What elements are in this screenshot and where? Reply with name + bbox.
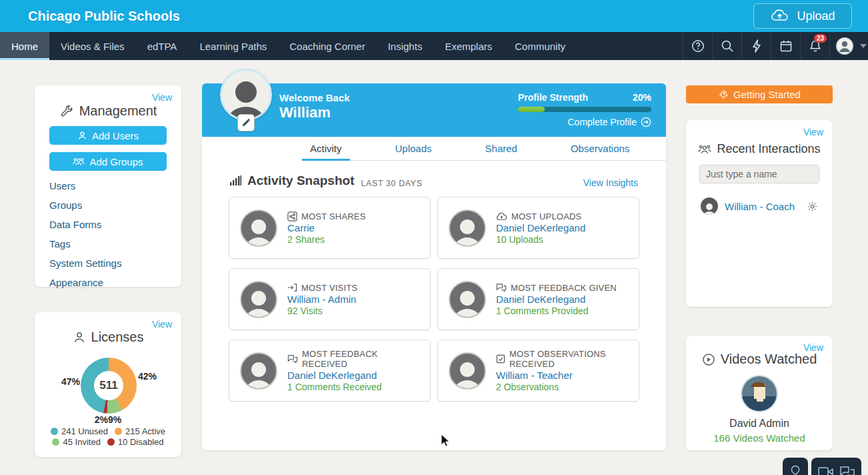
share-icon	[287, 211, 297, 221]
nav-item-learning-paths[interactable]: Learning Paths	[188, 32, 278, 60]
nav-item-insights[interactable]: Insights	[377, 32, 434, 60]
donut-label-bottom: 2%9%	[35, 414, 181, 425]
notifications-icon[interactable]: 23	[800, 32, 829, 60]
avatar[interactable]	[240, 209, 277, 247]
user-link[interactable]: William - Admin	[287, 294, 357, 305]
notification-badge: 23	[814, 34, 827, 43]
person-link[interactable]: William - Coach	[725, 201, 800, 212]
user-link[interactable]: William - Teacher	[496, 370, 628, 381]
welcome-back-label: Welcome Back	[279, 92, 350, 103]
calendar-icon[interactable]	[771, 32, 800, 60]
group-icon	[698, 144, 711, 155]
legend-dot-disabled	[107, 438, 115, 446]
person-icon	[73, 331, 86, 344]
activity-snapshot-header: Activity Snapshot LAST 30 DAYS View Insi…	[202, 161, 666, 197]
add-users-button[interactable]: Add Users	[49, 126, 167, 145]
user-link[interactable]: Daniel DeKerlegand	[287, 370, 419, 381]
tab-activity[interactable]: Activity	[302, 137, 350, 160]
upload-button[interactable]: Upload	[753, 3, 852, 29]
sidebar-item-system-settings[interactable]: System Settings	[49, 258, 181, 269]
quick-actions-icon[interactable]	[741, 32, 771, 60]
nav-item-exemplars[interactable]: Exemplars	[433, 32, 503, 60]
user-link[interactable]: Carrie	[287, 222, 366, 233]
gear-icon[interactable]	[807, 201, 818, 212]
licenses-legend: 241 Unused 215 Active 45 Invited 10 Disa…	[35, 426, 181, 447]
observation-icon	[496, 354, 505, 364]
licenses-card: View Licenses 511 47% 42% 2%9% 241 Unuse…	[35, 312, 181, 457]
user-link[interactable]: Daniel DeKerlegand	[496, 294, 617, 305]
nav-item-home[interactable]: Home	[0, 32, 49, 60]
sidebar-item-groups[interactable]: Groups	[49, 199, 181, 211]
complete-profile-link[interactable]: Complete Profile	[518, 117, 651, 127]
tab-observations[interactable]: Observations	[563, 137, 637, 160]
video-chat-button[interactable]	[811, 458, 861, 475]
licenses-heading: Licenses	[35, 330, 181, 345]
welcome-banner: Welcome Back William Profile Strength 20…	[202, 83, 666, 137]
videos-watched-card: View Videos Watched David Admin 166 Vide…	[686, 336, 833, 450]
profile-strength-label: Profile Strength	[518, 92, 588, 103]
avatar[interactable]	[741, 375, 778, 412]
video-camera-icon	[818, 466, 834, 475]
donut-label-unused: 47%	[61, 376, 80, 387]
avatar[interactable]	[701, 197, 718, 215]
welcome-text: Welcome Back William	[279, 92, 350, 121]
snapshot-card-most-uploads: MOST UPLOADS Daniel DeKerlegand 10 Uploa…	[437, 197, 639, 259]
avatar[interactable]	[449, 281, 486, 318]
tab-shared[interactable]: Shared	[477, 137, 525, 160]
sidebar-item-data-forms[interactable]: Data Forms	[49, 219, 181, 230]
search-icon[interactable]	[712, 32, 741, 60]
person-search-input[interactable]	[699, 165, 819, 183]
legend-item-disabled: 10 Disabled	[107, 437, 164, 447]
nav-item-videos-files[interactable]: Videos & Files	[49, 32, 136, 60]
feedback-icon	[287, 354, 298, 364]
nav-icon-bar: 23	[683, 32, 859, 60]
feedback-icon	[496, 283, 507, 292]
cloud-upload-icon	[496, 212, 507, 221]
tab-uploads[interactable]: Uploads	[387, 137, 440, 160]
snapshot-card-most-feedback-given: MOST FEEDBACK GIVEN Daniel DeKerlegand 1…	[437, 268, 639, 330]
sidebar-item-tags[interactable]: Tags	[49, 238, 181, 250]
cloud-upload-icon	[770, 9, 790, 23]
edit-avatar-button[interactable]	[237, 114, 255, 131]
org-title: Chicago Public Schools	[28, 9, 180, 24]
account-icon[interactable]	[829, 32, 859, 60]
nav-item-community[interactable]: Community	[503, 32, 577, 60]
sidebar-item-appearance[interactable]: Appearance	[49, 277, 181, 288]
nav-item-edtpa[interactable]: edTPA	[136, 32, 189, 60]
user-link[interactable]: Daniel DeKerlegand	[496, 222, 585, 233]
licenses-total: 511	[99, 379, 117, 392]
management-view-link[interactable]: View	[152, 92, 172, 103]
profile-avatar[interactable]	[220, 69, 272, 121]
profile-strength-bar	[518, 107, 651, 112]
snapshot-card-most-observations: MOST OBSERVATIONS RECEIVED William - Tea…	[437, 340, 639, 402]
legend-item-invited: 45 Invited	[52, 437, 100, 447]
profile-strength-value: 20%	[633, 92, 651, 103]
tips-button[interactable]	[783, 458, 808, 475]
videos-watched-heading: Videos Watched	[686, 352, 833, 367]
recent-interactions-view-link[interactable]: View	[803, 127, 823, 137]
management-links: Users Groups Data Forms Tags System Sett…	[49, 180, 181, 288]
profile-strength-fill	[518, 107, 545, 112]
view-insights-link[interactable]: View Insights	[583, 177, 638, 188]
avatar[interactable]	[449, 209, 486, 247]
rocket-icon	[718, 89, 728, 99]
help-icon[interactable]	[683, 32, 712, 60]
videos-watched-view-link[interactable]: View	[803, 342, 823, 353]
getting-started-button[interactable]: Getting Started	[686, 85, 833, 103]
avatar[interactable]	[240, 352, 277, 390]
lightbulb-icon	[789, 465, 801, 475]
add-groups-button[interactable]: Add Groups	[49, 152, 167, 171]
sidebar-item-users[interactable]: Users	[49, 180, 181, 191]
avatar[interactable]	[240, 281, 277, 318]
snapshot-card-most-feedback-received: MOST FEEDBACK RECEIVED Daniel DeKerlegan…	[229, 340, 431, 402]
licenses-donut-chart[interactable]: 511	[81, 358, 137, 414]
nav-item-coaching-corner[interactable]: Coaching Corner	[278, 32, 376, 60]
chat-bubbles-icon	[839, 466, 855, 475]
account-caret-icon[interactable]	[860, 44, 867, 48]
management-card: View Management Add Users Add Groups Use…	[35, 85, 181, 287]
licenses-view-link[interactable]: View	[152, 319, 172, 330]
app-header: Chicago Public Schools Upload	[0, 0, 868, 32]
avatar[interactable]	[449, 352, 486, 390]
wrench-icon	[59, 104, 74, 119]
legend-item-unused: 241 Unused	[51, 426, 108, 436]
